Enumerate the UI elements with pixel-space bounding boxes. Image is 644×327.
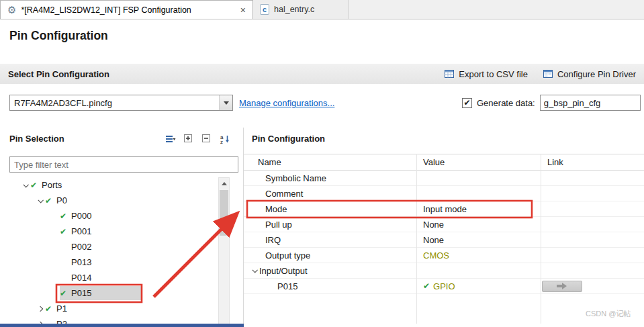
table-row[interactable]: Symbolic Name [244, 171, 644, 186]
table-row[interactable]: Pull up None [244, 217, 644, 232]
row-expander-icon[interactable] [252, 267, 257, 273]
column-divider [541, 154, 541, 324]
pin-driver-table-icon [543, 68, 553, 79]
tree-item-label: P013 [71, 257, 91, 267]
pin-configuration-title: Pin Configuration [252, 134, 325, 144]
column-divider [416, 154, 417, 324]
tab-label: hal_entry.c [274, 5, 314, 14]
tab-fsp-configuration[interactable]: ⚙ *[RA4M2_LIS2DW12_INT] FSP Configuratio… [0, 0, 253, 19]
tree-item-label: P1 [56, 303, 67, 314]
watermark: CSDN @记帖 [586, 309, 631, 319]
manage-configurations-link[interactable]: Manage configurations... [239, 98, 334, 108]
c-file-icon: c [260, 4, 269, 15]
scroll-up-icon[interactable] [219, 178, 229, 189]
tree-item[interactable]: ✔ Ports [0, 177, 231, 193]
tree-item[interactable]: ✔ P1 [0, 301, 231, 316]
tree-item[interactable]: ✔ P001 [0, 224, 231, 239]
property-name: P015 [277, 281, 297, 291]
property-value: CMOS [423, 250, 449, 261]
property-name: Output type [265, 250, 310, 261]
tree-item-label: P001 [71, 226, 91, 236]
table-header: Name Value Link [244, 154, 644, 171]
configure-pin-driver-label: Configure Pin Driver [557, 69, 636, 79]
horizontal-scrollbar[interactable] [0, 324, 244, 327]
column-header-value: Value [416, 157, 541, 167]
tree-item[interactable]: ✔ P015 [0, 285, 231, 301]
expander-icon[interactable] [38, 197, 43, 203]
tree-item[interactable]: ✔ P000 [0, 208, 231, 224]
view-menu-icon[interactable] [165, 134, 176, 144]
property-value: None [423, 235, 444, 245]
check-icon: ✔ [45, 196, 56, 205]
pincfg-select[interactable]: R7FA4M2AD3CFL.pincfg [9, 95, 233, 111]
generate-data-label: Generate data: [477, 98, 535, 108]
tree-scrollbar[interactable] [218, 177, 230, 324]
scrollbar-thumb[interactable] [220, 190, 228, 236]
configure-pin-driver-button[interactable]: Configure Pin Driver [543, 68, 636, 79]
check-icon: ✔ [30, 181, 42, 190]
select-pin-configuration-bar: Select Pin Configuration Export to CSV f… [0, 64, 644, 84]
tree-item[interactable]: P002 [0, 239, 231, 254]
close-icon[interactable]: × [240, 5, 246, 15]
pin-selection-title: Pin Selection [9, 134, 64, 144]
collapse-all-icon[interactable] [201, 134, 212, 144]
tree-item[interactable]: P014 [0, 270, 231, 285]
pin-tree: ✔ Ports ✔ P0 ✔ P000 ✔ P001 P002 P013 [0, 177, 231, 324]
chevron-down-icon [219, 95, 232, 110]
editor-tabbar: ⚙ *[RA4M2_LIS2DW12_INT] FSP Configuratio… [0, 0, 644, 19]
expander-icon[interactable] [37, 306, 42, 311]
generate-data-input[interactable] [540, 95, 641, 111]
value-check-icon: ✔ [423, 281, 430, 291]
pincfg-selected-value: R7FA4M2AD3CFL.pincfg [10, 98, 219, 108]
svg-text:z: z [220, 139, 223, 144]
check-icon: ✔ [60, 212, 71, 221]
export-csv-button[interactable]: Export to CSV file [444, 68, 528, 79]
tree-item-label: P0 [56, 195, 67, 205]
tree-item[interactable]: ✔ P0 [0, 193, 231, 208]
table-row[interactable]: Mode Input mode [244, 201, 644, 217]
check-icon: ✔ [45, 304, 56, 314]
property-name: IRQ [265, 235, 281, 245]
table-row[interactable]: P015 ✔ GPIO [244, 279, 644, 294]
property-table: Symbolic Name Comment Mode Input mode [244, 171, 644, 294]
tree-item[interactable]: P013 [0, 254, 231, 270]
expand-all-icon[interactable] [183, 134, 194, 144]
property-value: GPIO [433, 281, 455, 291]
property-name: Input/Output [259, 266, 308, 276]
property-value: Input mode [423, 204, 467, 214]
gear-icon: ⚙ [7, 5, 16, 15]
property-name: Pull up [265, 220, 292, 230]
tree-item-label: Ports [42, 180, 62, 190]
table-row[interactable]: Output type CMOS [244, 248, 644, 263]
table-row[interactable]: IRQ None [244, 232, 644, 248]
table-row[interactable]: Comment [244, 186, 644, 201]
property-name: Symbolic Name [265, 173, 326, 183]
tree-item-label: P000 [71, 211, 91, 221]
generate-data-checkbox[interactable]: ✔ [462, 98, 472, 108]
right-arrow-icon [557, 283, 567, 289]
check-icon: ✔ [60, 227, 71, 236]
tree-item-label: P014 [71, 273, 91, 283]
check-icon: ✔ [60, 289, 71, 298]
column-header-link: Link [541, 157, 644, 167]
property-value: None [423, 220, 444, 230]
section-title: Select Pin Configuration [8, 69, 109, 79]
column-header-name: Name [244, 157, 416, 167]
export-csv-label: Export to CSV file [459, 69, 528, 79]
expander-icon[interactable] [23, 182, 28, 187]
tree-item[interactable]: P2 [0, 316, 231, 324]
csv-table-icon [444, 68, 455, 79]
page-title: Pin Configuration [9, 29, 108, 43]
pin-selection-toolbar: az [165, 134, 230, 144]
property-name: Comment [265, 189, 303, 199]
tab-label: *[RA4M2_LIS2DW12_INT] FSP Configuration [21, 5, 191, 15]
tab-hal-entry[interactable]: c hal_entry.c [253, 0, 349, 19]
app-window: ⚙ *[RA4M2_LIS2DW12_INT] FSP Configuratio… [0, 0, 644, 327]
filter-input[interactable] [9, 156, 238, 173]
link-arrow-button[interactable] [542, 281, 582, 292]
tree-item-label: P015 [71, 288, 91, 298]
table-row[interactable]: Input/Output [244, 263, 644, 279]
tree-item-label: P2 [56, 319, 67, 324]
sort-az-icon[interactable]: az [220, 134, 230, 144]
tree-item-label: P002 [71, 242, 91, 252]
